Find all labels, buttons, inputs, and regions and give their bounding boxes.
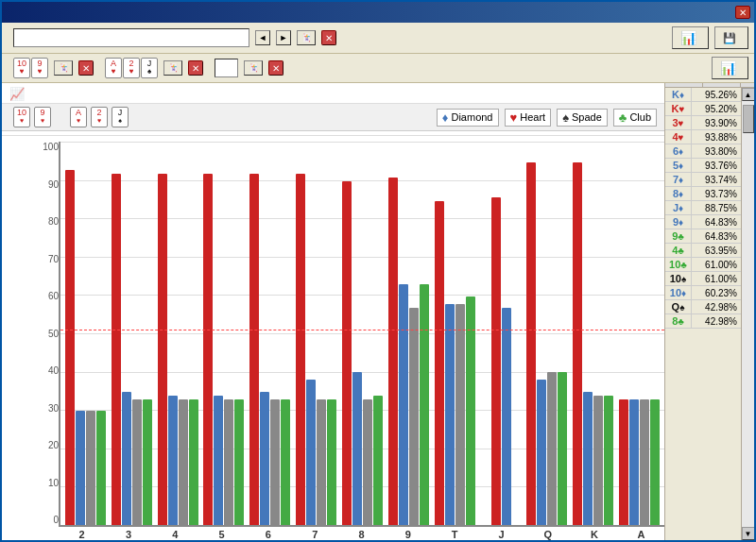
bar-group-6 <box>247 144 293 525</box>
flop-card-btn[interactable]: 🃏 <box>163 60 182 76</box>
bar-red <box>388 178 398 525</box>
equity-cell: 95.26% <box>692 89 741 101</box>
villain-input[interactable] <box>13 28 249 47</box>
suit-legend: ♦ Diamond ♥ Heart ♠ Spade ♣ Club <box>437 109 657 127</box>
diamond-icon: ♦ <box>442 110 449 125</box>
villain-card-btn[interactable]: 🃏 <box>297 30 316 45</box>
bar-blue <box>445 304 455 525</box>
bar-gray <box>132 399 142 525</box>
card-cell: 8♣ <box>665 314 692 328</box>
x-label-A: A <box>618 529 664 540</box>
bar-group-5 <box>201 144 248 525</box>
scroll-thumb[interactable] <box>743 105 754 133</box>
x-label-T: T <box>432 529 478 540</box>
heart-legend: ♥ Heart <box>505 109 552 127</box>
panel-row: 10♠61.00% <box>665 272 741 286</box>
diamond-legend: ♦ Diamond <box>437 109 499 127</box>
hero-clear-btn[interactable]: ✕ <box>78 60 94 76</box>
card-cell: 7♦ <box>665 173 692 186</box>
bar-blue <box>122 392 131 525</box>
equity-cell: 61.00% <box>692 259 741 271</box>
save-icon: 💾 <box>723 32 736 44</box>
bar-green <box>143 399 152 525</box>
analyse-river-btn[interactable]: 📊 <box>712 57 748 79</box>
save-screenshot-btn[interactable]: 💾 <box>714 26 748 49</box>
panel-row: 9♣64.83% <box>665 229 741 244</box>
bar-group-9 <box>386 144 432 525</box>
bar-gray <box>224 399 233 525</box>
bar-red <box>573 162 582 525</box>
villain-clear-btn[interactable]: ✕ <box>321 30 336 45</box>
card-cell: 8♦ <box>665 187 692 200</box>
bar-green <box>558 372 567 525</box>
scroll-down[interactable]: ▼ <box>742 527 755 540</box>
bar-green <box>189 399 198 525</box>
close-button[interactable]: ✕ <box>735 6 750 19</box>
x-label-2: 2 <box>59 529 105 540</box>
card-cell: 10♦ <box>665 286 692 299</box>
villain-prev-btn[interactable]: ◄ <box>255 30 270 45</box>
bar-green <box>466 296 475 525</box>
bar-green <box>373 396 383 525</box>
turn-card-area <box>215 59 238 77</box>
bar-red <box>112 174 121 525</box>
chart-hero-card1: 10♥ <box>13 107 30 127</box>
scroll-up[interactable]: ▲ <box>742 88 755 101</box>
analyse-turn-icon: 📊 <box>680 30 696 45</box>
x-label-6: 6 <box>245 529 291 540</box>
chart-hero-card2: 9♥ <box>34 107 51 127</box>
panel-rows[interactable]: K♦95.26%K♥95.20%3♥93.90%4♥93.88%6♦93.80%… <box>665 88 741 540</box>
equity-cell: 93.76% <box>692 160 741 172</box>
x-label-K: K <box>571 529 617 540</box>
equity-cell: 63.95% <box>692 245 741 257</box>
bar-blue <box>629 399 639 525</box>
equity-cell: 60.23% <box>692 287 741 299</box>
equity-cell: 88.75% <box>692 202 741 214</box>
panel-row: 4♥93.88% <box>665 130 741 144</box>
scrollbar[interactable]: ▲ ▼ <box>741 88 754 540</box>
x-label-3: 3 <box>105 529 151 540</box>
chart-logo: 📈 <box>9 87 25 101</box>
bar-gray <box>409 308 419 525</box>
analyse-turn-btn[interactable]: 📊 <box>672 26 709 49</box>
bar-group-T <box>432 144 478 525</box>
card-cell: J♦ <box>665 201 692 214</box>
equity-cell: 93.80% <box>692 145 741 158</box>
bar-gray <box>593 396 603 525</box>
bar-green <box>604 396 613 525</box>
bar-blue <box>260 392 269 525</box>
villain-next-btn[interactable]: ► <box>276 30 291 45</box>
x-label-7: 7 <box>292 529 338 540</box>
turn-clear-btn[interactable]: ✕ <box>268 60 284 76</box>
turn-card-btn[interactable]: 🃏 <box>244 60 263 76</box>
card-cell: 9♦ <box>665 215 692 229</box>
heart-icon: ♥ <box>510 110 518 125</box>
hero-card-2: 9♥ <box>31 58 48 78</box>
spade-icon: ♠ <box>562 110 569 125</box>
bar-group-8 <box>339 144 386 525</box>
analyse-river-icon: 📊 <box>720 60 736 76</box>
bar-red <box>342 181 352 525</box>
panel-row: 5♦93.76% <box>665 159 741 173</box>
right-panel: K♦95.26%K♥95.20%3♥93.90%4♥93.88%6♦93.80%… <box>664 83 754 540</box>
bar-red <box>435 201 444 525</box>
bar-group-4 <box>155 144 201 525</box>
bar-blue <box>352 372 362 525</box>
flop-clear-btn[interactable]: ✕ <box>188 60 203 76</box>
card-cell: 4♣ <box>665 244 692 257</box>
panel-row: K♦95.26% <box>665 88 741 102</box>
chart-board-card3: J♠ <box>112 107 129 127</box>
bar-green <box>650 399 660 525</box>
hero-display: 10♥ 9♥ <box>9 107 51 127</box>
club-legend: ♣ Club <box>613 109 657 127</box>
x-label-8: 8 <box>338 529 385 540</box>
red-line <box>60 330 664 330</box>
panel-row: Q♠42.98% <box>665 300 741 314</box>
bar-blue <box>168 396 178 525</box>
equity-cell: 93.74% <box>692 174 741 186</box>
bar-green <box>234 399 244 525</box>
hero-card-btn[interactable]: 🃏 <box>54 60 73 76</box>
panel-content: K♦95.26%K♥95.20%3♥93.90%4♥93.88%6♦93.80%… <box>665 88 754 540</box>
bar-group-Q <box>524 144 570 525</box>
chart-area: 📈 10♥ 9♥ A♥ 2♥ J♠ <box>2 83 664 540</box>
